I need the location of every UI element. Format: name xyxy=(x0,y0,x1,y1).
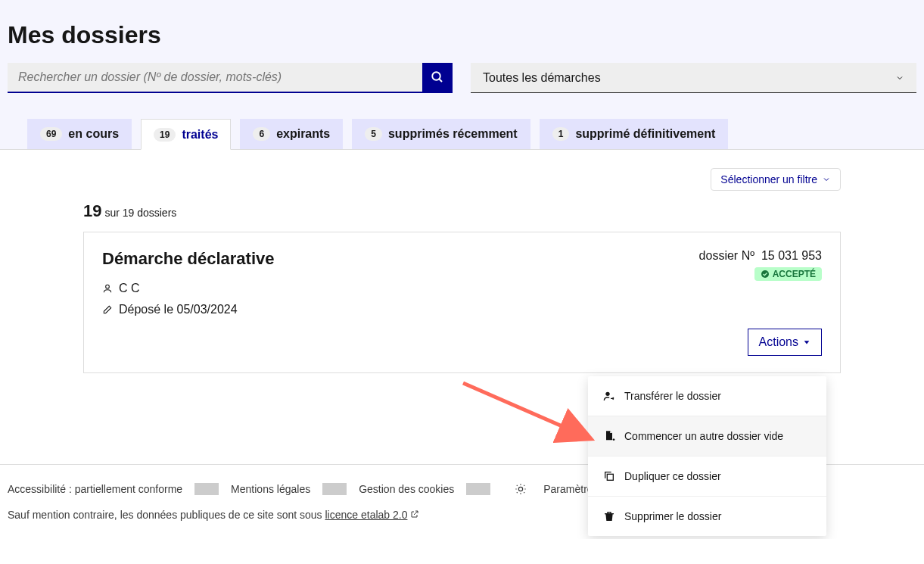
tab-count: 1 xyxy=(552,127,570,141)
footer-accessibility-link[interactable]: Accessibilité : partiellement conforme xyxy=(8,483,194,495)
check-circle-icon xyxy=(761,270,770,279)
svg-point-0 xyxy=(432,72,440,80)
actions-dropdown: Transférer le dossier Commencer un autre… xyxy=(588,376,826,536)
svg-marker-4 xyxy=(804,341,810,344)
tab-expirants[interactable]: 6 expirants xyxy=(240,119,343,149)
menu-new-empty-dossier[interactable]: Commencer un autre dossier vide xyxy=(588,416,826,456)
dossier-card[interactable]: Démarche déclarative dossier Nº 15 031 9… xyxy=(83,232,841,373)
svg-point-5 xyxy=(605,392,609,396)
menu-item-label: Transférer le dossier xyxy=(624,390,721,402)
separator xyxy=(322,483,347,495)
menu-item-label: Dupliquer ce dossier xyxy=(624,470,721,482)
edit-icon xyxy=(102,304,113,315)
tab-count: 69 xyxy=(40,127,62,141)
results-count: 19 sur 19 dossiers xyxy=(83,201,841,221)
filter-select-button[interactable]: Sélectionner un filtre xyxy=(711,168,841,191)
menu-item-label: Supprimer le dossier xyxy=(624,510,721,522)
svg-line-16 xyxy=(517,485,518,486)
status-label: ACCEPTÉ xyxy=(773,269,816,279)
search-icon xyxy=(431,70,444,84)
results-shown: 19 xyxy=(83,201,101,220)
menu-transfer-dossier[interactable]: Transférer le dossier xyxy=(588,376,826,416)
footer-cookies-link[interactable]: Gestion des cookies xyxy=(347,483,466,495)
theme-icon xyxy=(502,483,539,495)
tabs: 69 en cours 19 traités 6 expirants 5 sup… xyxy=(0,119,924,150)
results-total: 19 dossiers xyxy=(123,207,177,219)
tab-count: 5 xyxy=(365,127,382,141)
license-link[interactable]: licence etalab 2.0 xyxy=(325,509,407,521)
user-arrow-icon xyxy=(603,390,615,402)
svg-line-17 xyxy=(524,492,525,493)
svg-rect-8 xyxy=(607,474,613,480)
search-group xyxy=(8,63,453,93)
menu-item-label: Commencer un autre dossier vide xyxy=(624,430,783,442)
status-badge: ACCEPTÉ xyxy=(754,267,822,281)
duplicate-icon xyxy=(603,470,615,482)
svg-point-3 xyxy=(106,285,110,288)
page-title: Mes dossiers xyxy=(8,8,916,63)
tab-label: expirants xyxy=(276,127,330,141)
svg-point-11 xyxy=(519,487,523,491)
tab-supprimes-recemment[interactable]: 5 supprimés récemment xyxy=(352,119,530,149)
separator xyxy=(194,483,219,495)
menu-delete-dossier[interactable]: Supprimer le dossier xyxy=(588,497,826,536)
person-icon xyxy=(102,283,113,294)
tab-count: 19 xyxy=(154,128,176,142)
separator xyxy=(466,483,490,495)
chevron-down-icon xyxy=(895,73,904,83)
search-button[interactable] xyxy=(422,63,453,92)
svg-point-2 xyxy=(761,270,769,278)
tab-en-cours[interactable]: 69 en cours xyxy=(27,119,132,149)
actions-label: Actions xyxy=(759,335,798,349)
dossier-number: dossier Nº 15 031 953 xyxy=(699,249,822,263)
dossier-deposit: Déposé le 05/03/2024 xyxy=(119,303,238,316)
trash-icon xyxy=(603,510,615,522)
procedure-filter-label: Toutes les démarches xyxy=(483,71,601,85)
actions-button[interactable]: Actions xyxy=(748,329,822,356)
tab-traites[interactable]: 19 traités xyxy=(141,119,231,150)
footer-legal-link[interactable]: Mentions légales xyxy=(219,483,322,495)
svg-line-1 xyxy=(439,79,442,82)
tab-label: supprimé définitivement xyxy=(575,127,715,141)
svg-line-19 xyxy=(517,492,518,493)
caret-down-icon xyxy=(803,338,810,346)
external-link-icon xyxy=(410,509,419,519)
svg-line-18 xyxy=(524,485,525,486)
chevron-down-icon xyxy=(822,175,831,184)
filter-select-label: Sélectionner un filtre xyxy=(720,173,817,185)
dossier-author-line: C C xyxy=(102,282,822,295)
tab-label: supprimés récemment xyxy=(388,127,518,141)
tab-label: traités xyxy=(182,128,218,142)
menu-duplicate-dossier[interactable]: Dupliquer ce dossier xyxy=(588,456,826,497)
tab-count: 6 xyxy=(253,127,270,141)
dossier-author: C C xyxy=(119,282,140,295)
file-plus-icon xyxy=(603,430,615,442)
procedure-filter-select[interactable]: Toutes les démarches xyxy=(471,63,916,93)
tab-supprime-definitivement[interactable]: 1 supprimé définitivement xyxy=(540,119,729,149)
results-sep: sur xyxy=(104,207,119,219)
search-input[interactable] xyxy=(8,63,422,92)
dossier-deposit-line: Déposé le 05/03/2024 xyxy=(102,303,822,316)
dossier-title: Démarche déclarative xyxy=(102,249,274,269)
tab-label: en cours xyxy=(68,127,119,141)
